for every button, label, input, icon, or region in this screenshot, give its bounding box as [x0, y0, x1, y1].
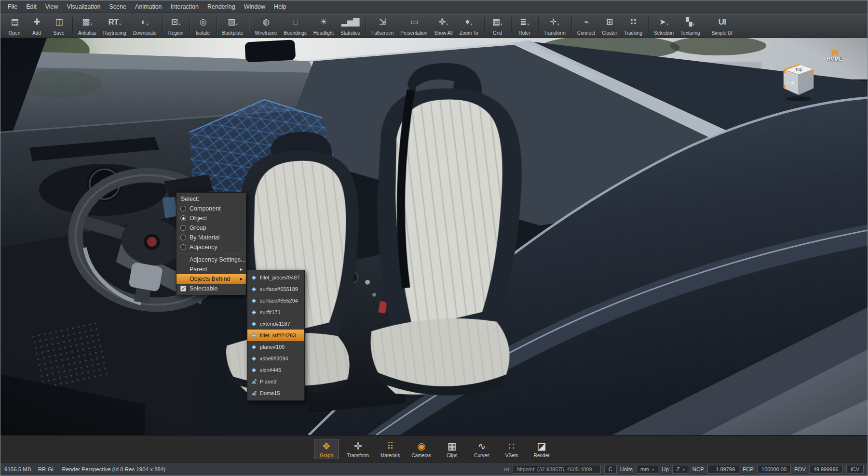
menu-rendering[interactable]: Rendering: [203, 1, 240, 12]
menu-animation[interactable]: Animation: [131, 1, 166, 12]
clips-icon: ▦: [448, 440, 457, 453]
menu-scene[interactable]: Scene: [105, 1, 131, 12]
fullscreen-button[interactable]: ⇲ ▾ Fullscreen: [368, 14, 397, 37]
save-button[interactable]: ◫ ▾ Save: [48, 14, 70, 37]
ruler-button[interactable]: ≣ ▾ Ruler: [514, 14, 536, 37]
units-dropdown[interactable]: mm▾: [636, 465, 658, 474]
icv-button[interactable]: ICV: [846, 465, 864, 474]
isolate-button[interactable]: ◎ ▾ Isolate: [192, 14, 214, 37]
open-button[interactable]: ▤ ▾ Open: [3, 14, 26, 37]
fov-field[interactable]: 49.999996: [809, 465, 843, 474]
headlight-button[interactable]: ☀ ▾ Headlight: [310, 14, 337, 37]
texturing-button[interactable]: ▚ ▾ Texturing: [677, 14, 704, 37]
connect-button[interactable]: ⌁ ▾ Connect: [574, 14, 598, 37]
surface-icon: [251, 309, 257, 316]
surface-icon: [251, 286, 257, 292]
fullscreen-icon: ⇲: [380, 16, 386, 27]
downscale-button[interactable]: ◐ ▾ Downscale: [130, 14, 160, 37]
select-adjacency-radio[interactable]: ✓ Adjacency ►: [176, 242, 246, 252]
wireframe-button[interactable]: ◍ ▾ Wireframe: [251, 14, 280, 37]
render-viewport[interactable]: HOME Top Left Select:: [0, 38, 868, 435]
dock-transform[interactable]: ✛ Transform: [344, 439, 372, 459]
dock-materials[interactable]: ⠿ Materials: [377, 439, 404, 459]
simple-ui-button[interactable]: UI ▾ Simple UI: [708, 14, 736, 37]
object-dome15[interactable]: Dome15: [247, 387, 304, 399]
antialias-button[interactable]: ▩ ▾ Antialias: [75, 14, 100, 37]
object-surface-655294[interactable]: surface#655294: [247, 295, 304, 306]
cube-top-label: Top: [795, 67, 802, 72]
dock-clips[interactable]: ▦ Clips: [439, 439, 464, 459]
selection-button[interactable]: ➤ ▾ Selection: [651, 14, 677, 37]
object-plane-109[interactable]: plane#109: [247, 341, 304, 353]
surface-icon: [251, 298, 257, 304]
object-xshell-3094[interactable]: xshell#3094: [247, 353, 304, 364]
boundings-button[interactable]: □ ▾ Boundings: [281, 14, 310, 37]
cube-front-label: Left: [787, 80, 795, 85]
menu-visualization[interactable]: Visualization: [63, 1, 105, 12]
object-surface-655189[interactable]: surface#655189: [247, 283, 304, 295]
curves-icon: ∿: [478, 440, 486, 453]
transform-icon: ✛: [550, 16, 556, 27]
car-interior-render[interactable]: [0, 38, 868, 435]
object-skin-445[interactable]: skin#445: [247, 364, 304, 376]
fcp-field[interactable]: 100000.00: [757, 465, 791, 474]
adjacency-settings-item[interactable]: ✓ Adjacency Settings... ►: [176, 255, 246, 264]
add-button[interactable]: ✚ ▾ Add: [26, 14, 48, 37]
menu-edit[interactable]: Edit: [22, 1, 41, 12]
menu-window[interactable]: Window: [240, 1, 270, 12]
home-view-button[interactable]: HOME: [827, 49, 842, 62]
region-button[interactable]: ⊡ ▾ Region: [165, 14, 187, 37]
menu-view[interactable]: View: [41, 1, 63, 12]
object-plane3[interactable]: Plane3: [247, 376, 304, 387]
objects-behind-item[interactable]: ✓ Objects Behind ►: [176, 274, 246, 284]
menu-help[interactable]: Help: [270, 1, 291, 12]
object-surf-171[interactable]: surf#171: [247, 306, 304, 318]
save-icon: ◫: [55, 16, 62, 27]
cluster-button[interactable]: ⊞ ▾ Cluster: [598, 14, 621, 37]
selectable-checkbox-item[interactable]: ✓ Selectable ►: [176, 284, 246, 293]
add-icon: ✚: [33, 16, 40, 27]
render-info: Render Perspective (Id 0 Res 1904 x 884): [62, 466, 165, 472]
dock-curves[interactable]: ∿ Curves: [469, 439, 494, 459]
ncp-label: NCP: [692, 466, 704, 472]
show-all-button[interactable]: ✜ ▾ Show All: [431, 14, 456, 37]
grid-button[interactable]: ▦ ▾ Grid: [487, 14, 509, 37]
dock-render[interactable]: ◪ Render: [529, 439, 554, 459]
isolate-icon: ◎: [200, 16, 206, 27]
dock-graph[interactable]: ❖ Graph: [314, 439, 339, 459]
radio-icon: [180, 235, 186, 240]
select-object-radio[interactable]: ✓ Object ►: [176, 213, 246, 223]
object-fillet-srf-24263[interactable]: fillet_srf#24263: [247, 330, 304, 341]
dock-cameras[interactable]: ◉ Cameras: [408, 439, 435, 459]
dropdown-caret-icon: ▾: [446, 22, 448, 27]
tracking-button[interactable]: ∷ ▾ Tracking: [621, 14, 646, 37]
select-component-radio[interactable]: ✓ Component ►: [176, 204, 246, 213]
dropdown-caret-icon: ▾: [119, 22, 121, 27]
object-fillet-piece-9497[interactable]: fillet_piece#9497: [247, 272, 304, 283]
checkbox-icon: ✓: [180, 286, 186, 291]
menu-interaction[interactable]: Interaction: [166, 1, 203, 12]
parent-item[interactable]: ✓ Parent ►: [176, 264, 246, 274]
view-cube[interactable]: Top Left: [781, 62, 816, 102]
dock-vsets[interactable]: ∷ VSets: [499, 439, 524, 459]
tracking-icon: ∷: [631, 16, 636, 27]
transform-button[interactable]: ✛ ▾ Transform: [541, 14, 569, 37]
backplate-button[interactable]: ▨ ▾ Backplate: [219, 14, 247, 37]
c-toggle[interactable]: C: [604, 465, 617, 474]
surface-icon: [251, 367, 257, 373]
statusbar: 9156.5 MB RR-GL Render Perspective (Id 0…: [0, 463, 868, 476]
raytracing-button[interactable]: RT ▾ Raytracing: [100, 14, 130, 37]
select-by-material-radio[interactable]: ✓ By Material ►: [176, 233, 246, 242]
menu-file[interactable]: File: [3, 1, 22, 12]
up-axis-dropdown[interactable]: Z▾: [672, 465, 689, 474]
statistics-button[interactable]: ▂▅▇ ▾ Statistics: [337, 14, 363, 37]
object-extend-1187[interactable]: extend#1187: [247, 318, 304, 330]
radio-icon: [180, 225, 186, 231]
ncp-field[interactable]: 1.89799: [707, 465, 739, 474]
presentation-button[interactable]: ▭ ▾ Presentation: [397, 14, 431, 37]
select-group-radio[interactable]: ✓ Group ►: [176, 223, 246, 233]
zoom-to-button[interactable]: ⌖ ▾ Zoom To: [456, 14, 482, 37]
caret-icon: ▾: [652, 467, 654, 472]
dropdown-caret-icon: ▾: [501, 22, 502, 27]
vred-application-window: File Edit View Visualization Scene Anima…: [0, 0, 868, 476]
